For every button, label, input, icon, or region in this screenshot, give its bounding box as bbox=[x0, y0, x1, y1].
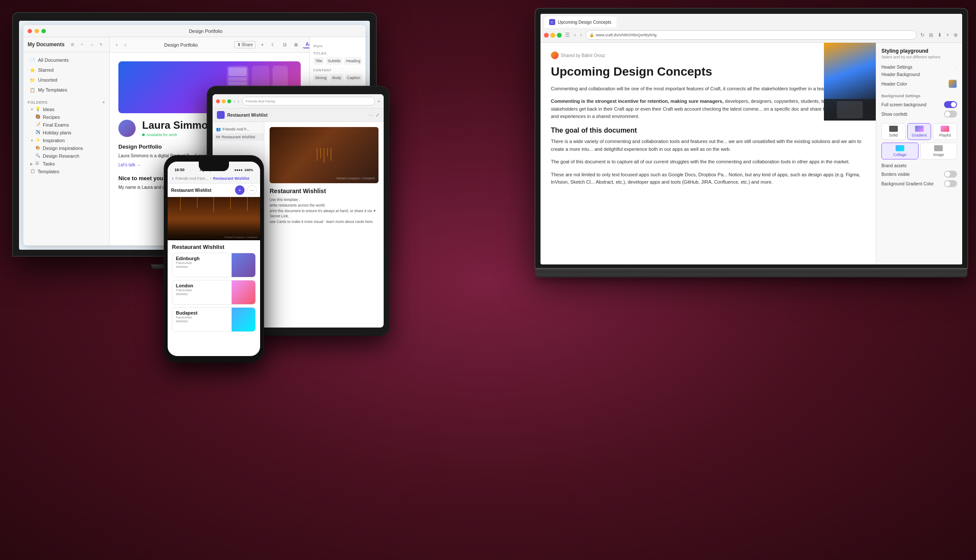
sidebar-search-icon[interactable]: ⌕ bbox=[88, 41, 95, 48]
sidebar-item-my-templates[interactable]: 📋 My Templates bbox=[25, 85, 108, 95]
folder-tasks[interactable]: ▶ ☑ Tasks bbox=[23, 160, 109, 168]
tablet-max-btn[interactable] bbox=[227, 99, 231, 103]
image-mode-btn[interactable]: Image bbox=[920, 143, 957, 159]
browser-new-tab-btn[interactable]: + bbox=[945, 31, 950, 39]
close-button[interactable] bbox=[28, 29, 32, 33]
sidebar-item-unsorted[interactable]: 📁 Unsorted bbox=[25, 75, 108, 85]
gradient-mode-btn[interactable]: Gradient bbox=[907, 123, 931, 140]
playful-mode-btn[interactable]: Playful bbox=[933, 123, 957, 140]
sidebar-item-starred[interactable]: ⭐ Starred bbox=[25, 65, 108, 75]
strong-btn[interactable]: Strong bbox=[313, 74, 328, 82]
folder-ideas[interactable]: ▼ 💡 Ideas bbox=[23, 105, 109, 113]
status-label: Available for work bbox=[146, 133, 177, 137]
phone-scroll-content[interactable]: Restaurant Wishlist Edinburgh Favourites… bbox=[168, 240, 260, 338]
minimize-button[interactable] bbox=[35, 29, 39, 33]
doc-paragraph-1: Commenting and collaboration will be one… bbox=[551, 85, 865, 93]
tablet-fwd-btn[interactable]: › bbox=[238, 99, 239, 104]
restaurant-card-london[interactable]: London Favourites Wishlist bbox=[172, 280, 256, 305]
tablet-body-line2: write restaurants across the world. bbox=[270, 203, 378, 208]
subtitle-btn[interactable]: Subtitle bbox=[326, 57, 342, 65]
gradient-color-label: Background Gradient Color bbox=[881, 181, 934, 186]
back-button[interactable]: ‹ bbox=[114, 41, 119, 49]
browser-bookmark-btn[interactable]: ⊞ bbox=[928, 31, 934, 39]
phone-add-btn[interactable]: + bbox=[235, 185, 245, 195]
phone-more-btn[interactable]: ··· bbox=[247, 185, 257, 195]
address-bar[interactable]: 🔒 www.craft.do/s/M6OH8xQsH6y5Hg bbox=[585, 30, 917, 40]
all-docs-label: All Documents bbox=[38, 57, 69, 63]
folder-templates[interactable]: 📋 Templates bbox=[23, 168, 109, 175]
body-btn[interactable]: Body bbox=[330, 74, 343, 82]
plus-button[interactable]: + bbox=[258, 41, 266, 48]
sidebar-title: My Documents bbox=[28, 41, 64, 48]
sidebar-item-all-documents[interactable]: 📄 All Documents bbox=[25, 55, 108, 65]
forward-button[interactable]: › bbox=[123, 41, 128, 49]
back-arrow-icon[interactable]: ‹ bbox=[172, 175, 174, 181]
header-background-row: Header Background bbox=[881, 71, 957, 78]
tablet-address-bar[interactable]: Friends And Family bbox=[242, 97, 375, 105]
expand-ideas-icon: ▼ bbox=[30, 108, 35, 111]
exams-icon: 📝 bbox=[35, 122, 41, 127]
browser-forward-btn[interactable]: › bbox=[579, 31, 583, 39]
maximize-button[interactable] bbox=[41, 29, 46, 33]
browser-maximize-btn[interactable] bbox=[557, 33, 562, 38]
folder-holiday-plans[interactable]: ✈️ Holiday plans bbox=[23, 129, 109, 137]
tablet-close-btn[interactable] bbox=[216, 99, 220, 103]
folder-design-research[interactable]: 🔍 Design Research bbox=[23, 152, 109, 160]
color-swatch[interactable] bbox=[948, 80, 957, 88]
browser-sidebar-btn[interactable]: ☰ bbox=[564, 31, 571, 39]
sidebar-grid-icon[interactable]: ⊞ bbox=[69, 41, 76, 48]
phone-breadcrumb-sep: › bbox=[210, 176, 211, 181]
header-settings-row[interactable]: Header Settings › bbox=[881, 64, 957, 71]
research-icon: 🔍 bbox=[35, 153, 41, 159]
holiday-icon: ✈️ bbox=[35, 130, 41, 135]
tablet-sidebar-friends[interactable]: 👥 Friends And F... bbox=[213, 125, 264, 133]
folder-inspiration[interactable]: ▼ ✨ Inspiration bbox=[23, 137, 109, 144]
tablet-sidebar-restaurant[interactable]: 🍽 Restaurant Wishlist bbox=[213, 133, 264, 141]
solid-mode-btn[interactable]: Solid bbox=[881, 123, 906, 140]
borders-toggle[interactable] bbox=[944, 171, 957, 178]
moon-button[interactable]: ☾ bbox=[269, 41, 278, 48]
style-label: Style bbox=[313, 44, 362, 48]
sidebar-compose-icon[interactable]: ✎ bbox=[97, 41, 105, 48]
browser-tab[interactable]: C Upcoming Design Concepts bbox=[544, 16, 617, 28]
browser-back-btn[interactable]: ‹ bbox=[573, 31, 577, 39]
folder-final-exams[interactable]: 📝 Final Exams bbox=[23, 121, 109, 129]
folder-recipes[interactable]: 🥘 Recipes bbox=[23, 113, 109, 121]
share-button[interactable]: ⬆ Share bbox=[234, 41, 256, 48]
tasks-icon: ☑ bbox=[35, 161, 41, 166]
restaurant-card-edinburgh[interactable]: Edinburgh Favourites Wishlist bbox=[172, 253, 256, 277]
unsorted-label: Unsorted bbox=[38, 77, 57, 83]
tablet-fullscreen-btn[interactable]: ⤢ bbox=[375, 112, 379, 118]
browser-extensions-btn[interactable]: ⊕ bbox=[953, 31, 959, 39]
header-bg-label: Header Background bbox=[881, 72, 920, 77]
browser-close-btn[interactable] bbox=[544, 33, 549, 38]
fullscreen-bg-label: Full screen background bbox=[881, 102, 926, 107]
add-folder-icon[interactable]: + bbox=[102, 100, 105, 105]
restaurant-card-budapest[interactable]: Budapest Favourites Wishlist bbox=[172, 307, 256, 332]
playful-icon bbox=[941, 126, 949, 132]
inspiration-label: Inspiration bbox=[43, 138, 65, 143]
tablet-more-btn[interactable]: ··· bbox=[369, 112, 373, 118]
collage-mode-btn[interactable]: Collage bbox=[881, 143, 919, 159]
tablet-back-btn[interactable]: ‹ bbox=[234, 99, 235, 104]
gradient-color-toggle[interactable] bbox=[944, 180, 957, 187]
browser-download-btn[interactable]: ⬇ bbox=[937, 31, 943, 39]
caption-btn[interactable]: Caption bbox=[345, 74, 362, 82]
tablet-body-line3: print this document to ensure it's alway… bbox=[270, 208, 378, 220]
fullscreen-toggle[interactable] bbox=[944, 101, 957, 108]
header-settings-section: Header Settings › Header Background Head… bbox=[881, 64, 957, 89]
folder-design-inspirations[interactable]: 🎨 Design inspirations bbox=[23, 144, 109, 152]
browser-reload-btn[interactable]: ↻ bbox=[919, 31, 925, 39]
tablet-traffic-lights bbox=[216, 99, 231, 103]
grid-button[interactable]: ⊞ bbox=[292, 41, 300, 48]
tablet-min-btn[interactable] bbox=[222, 99, 226, 103]
sidebar-add-icon[interactable]: + bbox=[78, 41, 86, 48]
heading-btn[interactable]: Heading bbox=[344, 57, 362, 65]
tablet-reload-btn[interactable]: + bbox=[378, 99, 380, 104]
title-btn[interactable]: Title bbox=[313, 57, 324, 65]
edinburgh-info: Edinburgh Favourites Wishlist bbox=[172, 253, 232, 277]
browser-minimize-btn[interactable] bbox=[550, 33, 555, 38]
layout-button[interactable]: ⊡ bbox=[280, 41, 289, 48]
tablet-browser-bar: ‹ › Friends And Family + bbox=[213, 94, 384, 108]
confetti-toggle[interactable] bbox=[944, 111, 957, 118]
